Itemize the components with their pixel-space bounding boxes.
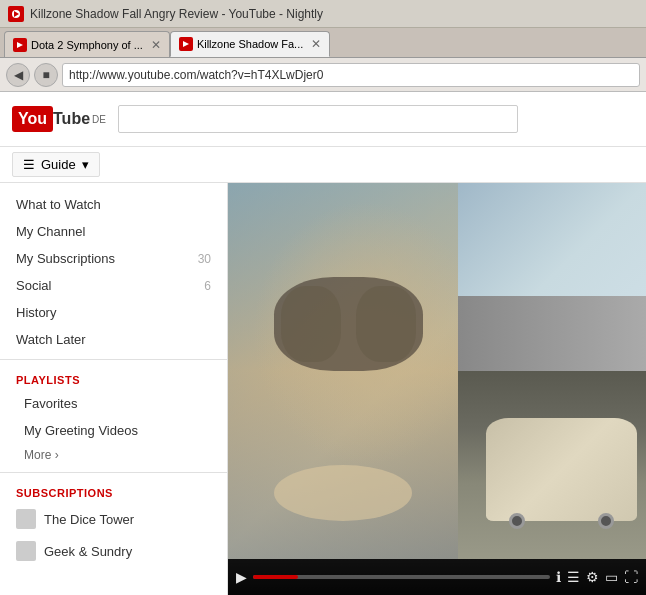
back-button[interactable]: ◀ [6,63,30,87]
tab2-label: Killzone Shadow Fa... [197,38,303,50]
sidebar-item-my-channel[interactable]: My Channel [0,218,227,245]
browser-addressbar: ◀ ■ http://www.youtube.com/watch?v=hT4XL… [0,58,646,92]
sidebar-item-watch-later[interactable]: Watch Later [0,326,227,353]
sunglasses-shape [274,277,423,371]
sidebar-divider-1 [0,359,227,360]
play-icon[interactable]: ▶ [236,569,247,585]
yt-main: What to Watch My Channel My Subscription… [0,183,646,595]
info-icon[interactable]: ℹ [556,569,561,585]
sidebar-item-favorites[interactable]: Favorites [0,390,227,417]
video-collage [228,183,646,559]
yt-sidebar: What to Watch My Channel My Subscription… [0,183,228,595]
yt-logo[interactable]: You Tube DE [12,106,106,132]
dice-tower-avatar [16,509,36,529]
settings-icon[interactable]: ⚙ [586,569,599,585]
hamburger-icon: ☰ [23,157,35,172]
tab2-favicon [179,37,193,51]
tab1-close[interactable]: ✕ [151,38,161,52]
sidebar-divider-2 [0,472,227,473]
stop-button[interactable]: ■ [34,63,58,87]
sidebar-item-social[interactable]: Social 6 [0,272,227,299]
window-icon[interactable]: ▭ [605,569,618,585]
fullscreen-icon[interactable]: ⛶ [624,569,638,585]
tab-dota2[interactable]: Dota 2 Symphony of ... ✕ [4,31,170,57]
address-bar[interactable]: http://www.youtube.com/watch?v=hT4XLwDje… [62,63,640,87]
guide-bar: ☰ Guide ▾ [0,147,646,183]
tab2-close[interactable]: ✕ [311,37,321,51]
tab-killzone[interactable]: Killzone Shadow Fa... ✕ [170,31,330,57]
search-input[interactable] [118,105,518,133]
list-icon[interactable]: ☰ [567,569,580,585]
browser-favicon [8,6,24,22]
sidebar-item-history[interactable]: History [0,299,227,326]
progress-fill [253,575,298,579]
yt-video-content[interactable]: ▶ ℹ ☰ ⚙ ▭ ⛶ [228,183,646,595]
car-shape [486,418,636,521]
browser-tabbar: Dota 2 Symphony of ... ✕ Killzone Shadow… [0,28,646,58]
geek-sundry-avatar [16,541,36,561]
yt-logo-tube: Tube [53,110,90,128]
guide-chevron-icon: ▾ [82,157,89,172]
yt-logo-red: You [12,106,53,132]
youtube-page: You Tube DE ☰ Guide ▾ What to Watch My C… [0,92,646,595]
sidebar-badge-2: 30 [198,252,211,266]
guide-button[interactable]: ☰ Guide ▾ [12,152,100,177]
sidebar-more-playlists[interactable]: More › [0,444,227,466]
yt-logo-locale: DE [92,114,106,125]
sidebar-item-what-to-watch[interactable]: What to Watch [0,191,227,218]
tab1-favicon [13,38,27,52]
yt-header: You Tube DE [0,92,646,147]
sidebar-item-geek-sundry[interactable]: Geek & Sundry [0,535,227,567]
video-top-right [458,183,646,371]
sidebar-item-my-subscriptions[interactable]: My Subscriptions 30 [0,245,227,272]
browser-title: Killzone Shadow Fall Angry Review - YouT… [30,7,323,21]
browser-titlebar: Killzone Shadow Fall Angry Review - YouT… [0,0,646,28]
address-text: http://www.youtube.com/watch?v=hT4XLwDje… [69,68,323,82]
sidebar-item-greeting-videos[interactable]: My Greeting Videos [0,417,227,444]
playlists-title: PLAYLISTS [0,366,227,390]
guide-label: Guide [41,157,76,172]
sidebar-badge-3: 6 [204,279,211,293]
sidebar-item-dice-tower[interactable]: The Dice Tower [0,503,227,535]
video-frame: ▶ ℹ ☰ ⚙ ▭ ⛶ [228,183,646,595]
video-controls: ▶ ℹ ☰ ⚙ ▭ ⛶ [228,559,646,595]
progress-bar[interactable] [253,575,550,579]
video-right-panel [458,183,646,559]
video-bottom-right [458,371,646,559]
subscriptions-title: SUBSCRIPTIONS [0,479,227,503]
tab1-label: Dota 2 Symphony of ... [31,39,143,51]
video-left-panel [228,183,458,559]
